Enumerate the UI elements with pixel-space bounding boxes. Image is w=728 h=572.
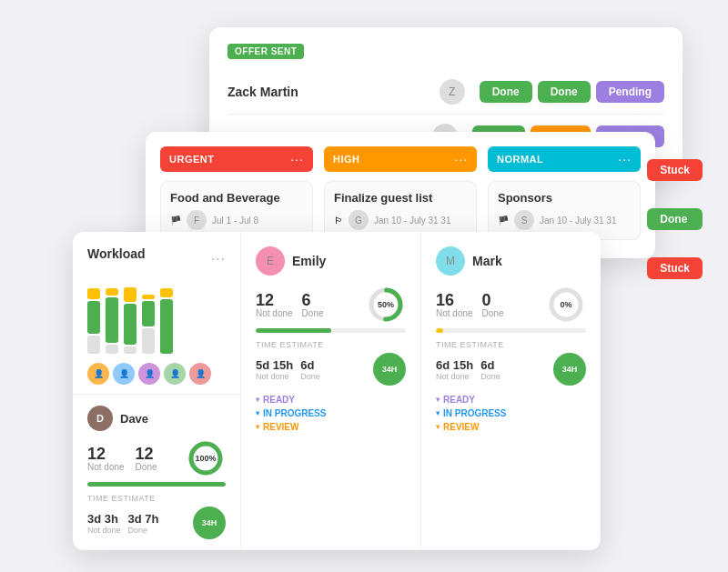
dave-done-label: Done — [136, 462, 157, 472]
mark-tag-review[interactable]: ▾ REVIEW — [436, 422, 586, 432]
mark-time-d-val: 6d — [480, 358, 500, 372]
dave-time-row: 3d 3h Not done 3d 7h Done 34H — [87, 507, 226, 539]
col-header-normal: NORMAL ··· — [488, 146, 641, 172]
bar-yellow-4 — [142, 295, 155, 299]
mark-review-label: REVIEW — [443, 422, 479, 432]
mark-done-lbl: Done — [482, 308, 504, 318]
kanban-col-normal: NORMAL ··· Sponsors 🏴 S Jan 10 - July 31… — [488, 146, 641, 240]
emily-panel: E Emily 12 Not done 6 Done — [241, 232, 421, 550]
emily-time-notdone: 5d 15h Not done — [256, 358, 293, 381]
mark-tag-inprogress[interactable]: ▾ IN PROGRESS — [436, 408, 586, 418]
bar-gray-1 — [87, 336, 100, 354]
task-flag-normal: 🏴 — [498, 216, 509, 226]
right-badge-stuck-2: Stuck — [647, 257, 703, 279]
emily-tag-review[interactable]: ▾ REVIEW — [256, 422, 406, 432]
mark-time-lbl: TIME ESTIMATE — [436, 340, 586, 349]
bar-green-1 — [87, 301, 100, 334]
emily-time-d-val: 6d — [300, 358, 320, 372]
task-title-high: Finalize guest list — [334, 191, 467, 205]
emily-progress — [256, 328, 406, 333]
dave-name: Dave — [120, 412, 148, 426]
emily-ready-label: READY — [263, 395, 295, 405]
mark-time-nd-val: 6d 15h — [436, 358, 473, 372]
dave-percent-label: 100% — [195, 454, 216, 463]
dave-34h-badge: 34H — [193, 507, 226, 539]
dave-stat-done: 12 Done — [136, 446, 157, 472]
emily-stats: 12 Not done 6 Done 50% — [256, 285, 406, 325]
emily-done-lbl: Done — [302, 308, 324, 318]
task-flag-high: 🏳 — [334, 216, 343, 226]
dave-time-notdone-val: 3d 3h — [87, 512, 121, 526]
chevron-icon-mark-ready: ▾ — [436, 396, 440, 404]
task-meta-high: 🏳 G Jan 10 - July 31 31 — [334, 210, 467, 230]
dave-time-notdone: 3d 3h Not done — [87, 512, 121, 535]
mark-stats: 16 Not done 0 Done 0% — [436, 285, 586, 325]
right-badge-stuck-1: Stuck — [647, 159, 703, 181]
offer-badges-zack: Done Done Pending — [480, 81, 664, 103]
mark-header: M Mark — [436, 246, 586, 276]
mark-stat-notdone: 16 Not done — [436, 292, 473, 318]
emily-review-label: REVIEW — [263, 422, 298, 432]
chevron-icon-review: ▾ — [256, 423, 259, 431]
bar-green-5 — [160, 299, 173, 354]
bar-green-3 — [124, 304, 136, 345]
mark-status-tags: ▾ READY ▾ IN PROGRESS ▾ REVIEW — [436, 395, 586, 432]
bar-yellow-2 — [106, 288, 118, 296]
w-avatar-1: 👤 — [87, 363, 109, 385]
col-dots-urgent[interactable]: ··· — [290, 152, 304, 166]
kanban-columns: URGENT ··· Food and Beverage 🏴 F Jul 1 -… — [160, 146, 641, 240]
emily-time-nd-lbl: Not done — [256, 372, 293, 381]
emily-time-row: 5d 15h Not done 6d Done 34H — [256, 353, 406, 386]
bar-yellow-3 — [124, 287, 136, 302]
emily-progress-fill — [256, 328, 331, 333]
mark-tag-ready[interactable]: ▾ READY — [436, 395, 586, 405]
workload-menu-icon[interactable]: ··· — [211, 251, 226, 267]
emily-34h-wrap: 34H — [373, 353, 406, 386]
badge-pending-1: Pending — [596, 81, 664, 103]
emily-notdone-lbl: Not done — [256, 308, 293, 318]
mark-done-num: 0 — [482, 292, 504, 308]
workload-left-panel: Workload ··· — [73, 232, 241, 550]
offer-sent-tag: OFFER SENT — [228, 44, 304, 59]
emily-tag-inprogress[interactable]: ▾ IN PROGRESS — [256, 408, 406, 418]
emily-notdone-num: 12 — [256, 292, 293, 308]
chevron-icon-inprogress: ▾ — [256, 409, 259, 417]
dave-progress-fill — [87, 482, 226, 487]
dave-avatar: D — [87, 406, 113, 431]
bar-yellow-1 — [87, 288, 100, 299]
emily-percent: 50% — [378, 300, 394, 309]
emily-inprogress-label: IN PROGRESS — [263, 408, 326, 418]
task-title-normal: Sponsors — [498, 191, 631, 205]
bar-yellow-5 — [160, 288, 173, 297]
mark-time-nd-lbl: Not done — [436, 372, 473, 381]
task-date-normal: Jan 10 - July 31 31 — [540, 216, 617, 226]
task-title-urgent: Food and Beverage — [170, 191, 303, 205]
emily-time-nd-val: 5d 15h — [256, 358, 293, 372]
chevron-icon-ready: ▾ — [256, 396, 259, 404]
people-panels: E Emily 12 Not done 6 Done — [241, 232, 601, 550]
bar-col-2 — [106, 288, 118, 354]
col-dots-high[interactable]: ··· — [454, 152, 468, 166]
w-avatar-5: 👤 — [189, 363, 211, 385]
col-label-high: HIGH — [333, 154, 360, 165]
mark-progress-fill — [436, 328, 443, 333]
workload-title: Workload — [87, 246, 146, 261]
emily-stat-done: 6 Done — [302, 292, 324, 318]
dave-notdone-label: Not done — [87, 462, 125, 472]
chevron-icon-mark-review: ▾ — [436, 423, 440, 431]
dave-notdone-num: 12 — [87, 446, 125, 462]
dave-done-num: 12 — [136, 446, 157, 462]
emily-34h-badge: 34H — [373, 353, 406, 386]
task-avatar-high: G — [349, 210, 369, 230]
col-dots-normal[interactable]: ··· — [618, 152, 632, 166]
col-label-urgent: URGENT — [169, 154, 214, 165]
emily-name: Emily — [292, 254, 326, 268]
bar-col-1 — [87, 288, 100, 354]
right-badge-done: Done — [647, 208, 703, 230]
emily-header: E Emily — [256, 246, 406, 276]
mark-34h-wrap: 34H — [553, 353, 586, 386]
workload-header: Workload ··· — [87, 246, 226, 272]
workload-bars — [87, 281, 226, 354]
bar-gray-4 — [142, 328, 155, 354]
emily-tag-ready[interactable]: ▾ READY — [256, 395, 406, 405]
